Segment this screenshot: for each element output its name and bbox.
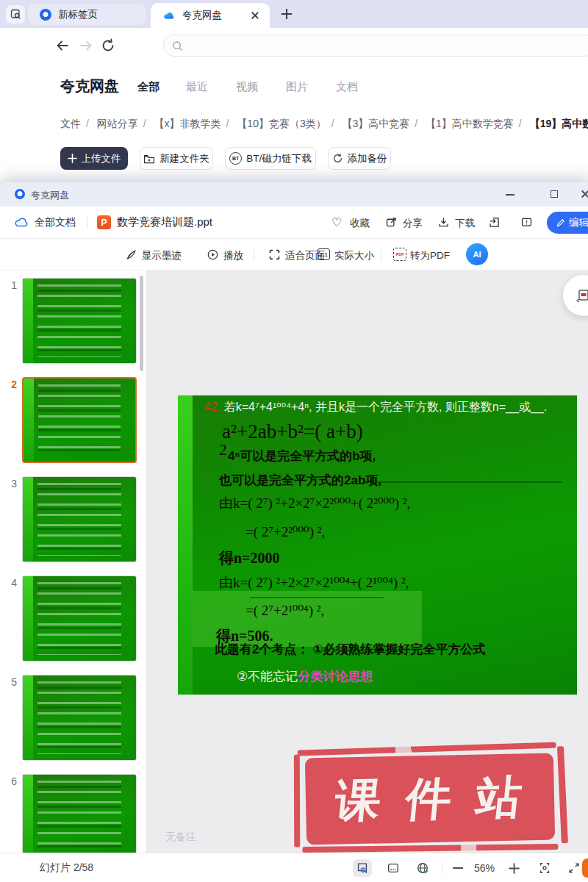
thumbnail-panel-toggle[interactable] <box>353 859 372 877</box>
breadcrumb-item[interactable]: 网站分享 <box>97 118 138 129</box>
close-icon[interactable] <box>581 190 588 198</box>
problem-title: 若k=4⁷+4¹⁰⁰⁴+4ⁿ, 并且k是一个完全平方数, 则正整数n=__或__… <box>224 401 547 413</box>
browser-tab-bar: 新标签页 夸克网盘 <box>0 0 588 28</box>
breadcrumb-sep: / <box>143 118 146 129</box>
address-search-input[interactable] <box>163 35 588 57</box>
slide-rule-line <box>365 481 562 483</box>
tab-search-button[interactable] <box>6 5 25 24</box>
tab-label: 夸克网盘 <box>182 9 222 22</box>
screen: 新标签页 夸克网盘 夸克网盘 全部 最近 视频 图片 文档 文件/ 网站分享/ … <box>0 0 588 882</box>
fullscreen-icon <box>567 861 581 875</box>
translate-globe-button[interactable] <box>413 859 432 877</box>
save-to-drive-icon[interactable] <box>488 216 501 229</box>
share-label[interactable]: 分享 <box>403 217 423 230</box>
divider <box>87 217 87 229</box>
tab-quark-drive[interactable]: 夸克网盘 <box>151 3 270 28</box>
tab-new-page[interactable]: 新标签页 <box>28 4 146 25</box>
ink-quill-icon[interactable] <box>125 248 137 261</box>
edit-label: 编辑 <box>569 216 588 229</box>
show-ink-label[interactable]: 显示墨迹 <box>142 249 182 262</box>
ai-assistant-button[interactable]: AI <box>466 243 488 265</box>
to-pdf-label[interactable]: 转为PDF <box>410 249 450 262</box>
breadcrumb-item[interactable]: 【3】高中竞赛 <box>342 118 409 129</box>
play-label[interactable]: 播放 <box>223 249 243 262</box>
notes-toggle[interactable] <box>384 859 403 877</box>
download-label[interactable]: 下载 <box>455 217 475 230</box>
formula-line: a²+2ab+b²=( a+b) <box>222 420 363 443</box>
zoom-in-button[interactable] <box>504 859 523 877</box>
back-icon[interactable] <box>54 37 71 54</box>
slide-thumbnail[interactable] <box>22 774 137 853</box>
equation-2: 由k=( 2⁷) ²+2×2⁷×2¹⁰⁰⁴+( 2¹⁰⁰⁴) ², <box>219 573 409 592</box>
actual-size-label[interactable]: 实际大小 <box>334 249 374 262</box>
feedback-icon[interactable] <box>520 216 533 229</box>
breadcrumb-item[interactable]: 【x】非教学类 <box>154 118 221 129</box>
current-slide: 42. 若k=4⁷+4¹⁰⁰⁴+4ⁿ, 并且k是一个完全平方数, 则正整数n=_… <box>178 395 577 695</box>
new-folder-button[interactable]: 新建文件夹 <box>140 147 213 170</box>
slide-thumbnail[interactable] <box>22 675 137 761</box>
focus-mode-button[interactable] <box>535 859 554 877</box>
key-point-2-white: ②不能忘记 <box>237 670 298 684</box>
sidebar-scrollbar[interactable] <box>140 276 143 371</box>
equation-1-result: =( 2⁷+2²⁰⁰⁰) ², <box>245 523 325 540</box>
tab-doc[interactable]: 文档 <box>336 80 358 94</box>
upload-button[interactable]: 上传文件 <box>60 147 128 170</box>
quark-logo-icon <box>40 9 51 21</box>
backup-button[interactable]: 添加备份 <box>328 147 391 170</box>
play-icon[interactable] <box>207 248 219 261</box>
edit-button[interactable]: 编辑 <box>547 212 588 234</box>
refresh-icon[interactable] <box>100 37 116 54</box>
slide-thumbnail[interactable] <box>22 377 137 463</box>
slide-counter: 幻灯片 2/58 <box>40 861 93 875</box>
favorite-label[interactable]: 收藏 <box>350 217 370 230</box>
fullscreen-button[interactable] <box>564 859 584 877</box>
pdf-convert-icon[interactable]: PDF <box>393 248 406 261</box>
slide-number: 2 <box>0 377 22 463</box>
line-b-term: 4ⁿ可以是完全平方式的b项, <box>228 448 376 465</box>
breadcrumb-sep: / <box>331 118 334 129</box>
ai-label: AI <box>473 250 481 259</box>
favorite-heart-icon[interactable]: ♡ <box>331 215 342 229</box>
zoom-level: 56% <box>474 862 495 874</box>
panel-eye-icon <box>356 861 369 875</box>
one-to-one-icon[interactable]: 1:1 <box>318 248 330 260</box>
bt-download-button[interactable]: BT BT/磁力链下载 <box>225 147 316 170</box>
focus-icon <box>538 861 551 875</box>
pdf-float-button[interactable] <box>563 275 588 316</box>
plus-icon <box>509 863 520 874</box>
bt-icon: BT <box>229 152 242 165</box>
thumbnail-row: 1 <box>0 278 146 364</box>
presentation-play-button[interactable] <box>582 858 588 878</box>
backup-refresh-icon <box>332 153 343 164</box>
backup-label: 添加备份 <box>348 152 387 165</box>
tab-close-icon[interactable] <box>251 11 259 20</box>
breadcrumb-item[interactable]: 【10】竞赛（3类） <box>237 118 326 129</box>
cloud-drive-icon <box>163 10 176 21</box>
upload-label: 上传文件 <box>82 152 121 165</box>
line-2ab-term: 也可以是完全平方式的2ab项, <box>219 472 381 489</box>
maximize-icon[interactable] <box>551 190 558 198</box>
tab-recent[interactable]: 最近 <box>186 80 208 94</box>
tab-all[interactable]: 全部 <box>137 80 159 94</box>
slide-left-strip <box>178 395 193 695</box>
tab-image[interactable]: 图片 <box>286 80 308 94</box>
problem-number: 42. <box>204 401 220 413</box>
forward-icon[interactable] <box>78 37 94 54</box>
cloud-icon <box>15 216 29 228</box>
slide-thumbnail[interactable] <box>22 476 137 562</box>
tab-video[interactable]: 视频 <box>236 80 258 94</box>
quark-logo-icon <box>15 189 25 199</box>
breadcrumb-item[interactable]: 文件 <box>60 118 81 129</box>
slide-thumbnail[interactable] <box>22 576 137 662</box>
minimize-icon[interactable] <box>506 194 514 196</box>
breadcrumb-current: 【19】高中数学竞赛 <box>530 118 588 129</box>
fit-page-icon[interactable] <box>268 248 281 261</box>
all-docs-link[interactable]: 全部文档 <box>35 216 76 229</box>
slide-thumbnail[interactable] <box>22 278 137 364</box>
zoom-out-button[interactable] <box>448 859 467 877</box>
breadcrumb-sep: / <box>226 118 229 129</box>
notes-icon <box>387 861 400 875</box>
share-icon[interactable] <box>385 216 398 229</box>
breadcrumb-item[interactable]: 【1】高中数学竞赛 <box>426 118 514 129</box>
download-icon[interactable] <box>437 216 450 229</box>
